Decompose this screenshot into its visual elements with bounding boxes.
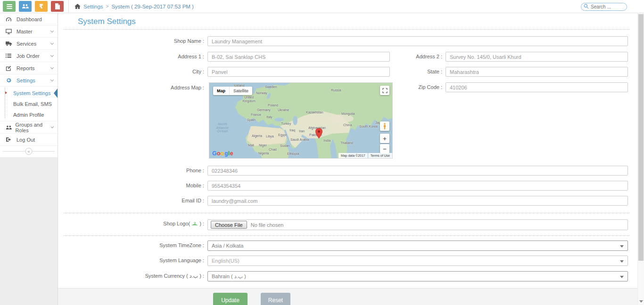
sidebar: Dashboard Master Services — [0, 13, 58, 305]
sidebar-item-groups-and-roles[interactable]: Groups and Roles — [0, 121, 58, 134]
map-country-label: Mongolia — [341, 112, 355, 116]
map-country-label: Niger — [259, 144, 267, 147]
google-logo[interactable]: Google — [212, 150, 233, 157]
state-label: State : — [362, 69, 442, 74]
update-button[interactable]: Update — [213, 293, 248, 305]
map-country-label: Algeria — [252, 134, 262, 138]
users-group-icon — [6, 125, 13, 130]
state-input[interactable] — [446, 67, 628, 77]
map-country-label: Egypt — [278, 133, 287, 137]
shop-logo-label-prefix: Shop Logo( — [163, 221, 190, 226]
google-map[interactable]: IcelandSwedenNorwayRussiaUnited KingdomP… — [209, 82, 393, 159]
map-country-label: Norway — [256, 91, 267, 95]
zoom-in-button[interactable]: + — [380, 134, 389, 143]
submenu-item-admin-profile[interactable]: Admin Profile — [0, 109, 58, 120]
map-country-label: Kazakhstan — [306, 111, 323, 114]
scrollbar-down-button[interactable] — [639, 300, 643, 303]
email-input[interactable] — [207, 196, 628, 206]
reset-button[interactable]: Reset — [261, 293, 290, 305]
address1-label: Address 1 : — [124, 54, 204, 59]
logo-letter: G — [212, 150, 217, 157]
timezone-select[interactable]: Asia / Kolkata — [207, 241, 628, 251]
logo-letter: o — [221, 150, 224, 157]
chevron-down-icon — [50, 41, 54, 44]
sidebar-item-master[interactable]: Master — [0, 25, 58, 38]
hanger-icon — [191, 222, 198, 226]
search-container — [581, 2, 627, 11]
map-country-label: Chad — [269, 148, 277, 152]
users-icon[interactable] — [19, 1, 32, 12]
sidebar-item-log-out[interactable]: Log Out — [0, 134, 58, 146]
shop-name-input[interactable] — [207, 36, 628, 46]
sidebar-item-label: Log Out — [17, 137, 35, 143]
map-country-label: Ethiopia — [287, 152, 299, 156]
mobile-input[interactable] — [207, 181, 628, 191]
phone-input[interactable] — [207, 166, 628, 176]
sidebar-item-label: Services — [17, 41, 36, 47]
shop-name-label: Shop Name : — [124, 38, 204, 44]
map-marker-pin[interactable] — [315, 128, 322, 141]
zip-input[interactable] — [446, 82, 628, 92]
address2-input[interactable] — [446, 52, 628, 62]
map-type-map-button[interactable]: Map — [213, 87, 229, 95]
fullscreen-button[interactable] — [380, 86, 389, 95]
sidebar-item-label: Master — [17, 29, 33, 34]
rupee-icon[interactable]: ₹ — [35, 1, 48, 12]
address-map-label: Address Map : — [124, 85, 204, 90]
map-country-label: Poland — [268, 104, 278, 107]
breadcrumb-current-page: System ( 29-Sep-2017 07:53 PM ) — [111, 4, 194, 9]
truck-icon — [6, 41, 14, 46]
sidebar-item-label: Job Order — [17, 53, 40, 59]
address2-label: Address 2 : — [362, 54, 442, 59]
sidebar-item-label: Groups and Roles — [16, 122, 51, 133]
map-country-label: Iraq — [289, 128, 295, 132]
chevron-down-icon — [50, 53, 54, 56]
menu-icon[interactable] — [3, 1, 16, 12]
submenu-item-bulk-email-sms[interactable]: Bulk Email, SMS — [0, 98, 58, 109]
collapse-icon: « — [25, 148, 33, 155]
sidebar-item-dashboard[interactable]: Dashboard — [0, 13, 58, 25]
map-country-label: Saudi Arabia — [290, 138, 309, 142]
main-content: System Settings Shop Name : Address 1 : … — [58, 13, 637, 305]
sidebar-item-reports[interactable]: Reports — [0, 62, 58, 74]
map-type-satellite-button[interactable]: Satellite — [229, 87, 252, 95]
sidebar-collapse-control[interactable]: « — [0, 146, 58, 157]
zoom-out-button[interactable]: − — [380, 144, 389, 153]
phone-label: Phone : — [124, 168, 204, 173]
chevron-down-icon — [50, 78, 54, 81]
breadcrumb: Settings > System ( 29-Sep-2017 07:53 PM… — [69, 4, 194, 9]
topbar: ₹ Settings > System ( 29-Sep-2017 07:53 … — [0, 0, 644, 13]
active-bullet-icon — [5, 91, 7, 94]
terms-of-use-link[interactable]: Terms of Use — [368, 153, 392, 158]
page-title: System Settings — [78, 17, 136, 26]
sidebar-item-job-order[interactable]: Job Order — [0, 50, 58, 62]
map-country-label: United Kingdom — [240, 96, 257, 103]
logo-letter: e — [230, 150, 233, 157]
mobile-label: Mobile : — [124, 183, 204, 188]
users-glyph-icon — [22, 4, 29, 9]
map-country-label: Italy — [266, 115, 272, 119]
sidebar-item-services[interactable]: Services — [0, 38, 58, 50]
map-country-label: Mali — [248, 144, 254, 147]
submenu-item-system-settings[interactable]: System Settings — [0, 88, 58, 98]
section-divider — [64, 235, 630, 236]
map-country-label: France — [251, 113, 261, 117]
currency-select[interactable]: Bahrain ( ب.د ) — [207, 271, 628, 281]
map-country-label: Turkey — [281, 122, 291, 126]
select-caret-icon — [620, 245, 624, 248]
breadcrumb-settings-link[interactable]: Settings — [83, 4, 103, 9]
submenu-item-label: System Settings — [13, 90, 50, 96]
scrollbar-thumb[interactable] — [638, 14, 644, 261]
breadcrumb-separator: > — [106, 4, 109, 9]
pegman-button[interactable] — [380, 121, 389, 131]
currency-label: System Currency ( ب.د ) : — [124, 273, 204, 279]
map-country-label: North Atlantic Ocean — [212, 122, 233, 133]
file-icon[interactable] — [51, 1, 64, 12]
map-country-label: Sudan — [280, 144, 289, 148]
fullscreen-icon — [382, 88, 388, 93]
language-select[interactable]: English(US) — [207, 256, 628, 266]
language-value: English(US) — [212, 258, 239, 264]
search-icon — [584, 4, 589, 9]
sidebar-item-settings[interactable]: Settings — [0, 74, 58, 87]
choose-file-button[interactable]: Choose File — [211, 221, 247, 229]
